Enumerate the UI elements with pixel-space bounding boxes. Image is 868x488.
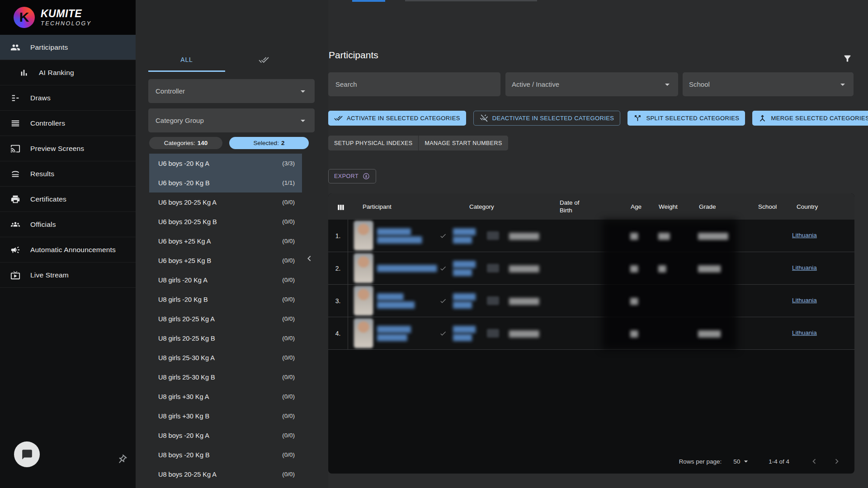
category-link[interactable]: ██████ █████ [453,317,475,349]
country-link[interactable]: Lithuania [792,232,817,239]
grade-badge [487,296,499,305]
category-count: (0/0) [282,432,295,439]
sidebar-item-label: Participants [30,43,68,52]
brand-logo: K KUMITE TECHNOLOGY [0,0,136,35]
category-list-item[interactable]: U8 girls +30 Kg A (0/0) [149,387,302,406]
deactivate-button[interactable]: DEACTIVATE IN SELECTED CATEGORIES [473,111,621,126]
search-input[interactable] [335,80,495,89]
participant-name-link[interactable]: █████████ ████████ [377,317,410,349]
collapse-panel-chevron[interactable] [304,253,315,264]
category-list-item[interactable]: U6 boys -20 Kg B (1/1) [149,173,302,192]
sidebar-item-icon [10,42,20,52]
participant-avatar [354,254,373,282]
participant-name-link[interactable]: ████████████████ [377,252,436,284]
sidebar-item[interactable]: AI Ranking [0,60,136,85]
caret-down-icon [837,79,848,90]
category-link[interactable]: ██████ █████ [453,220,475,252]
sidebar-nav: Participants AI Ranking Draws Controller… [0,35,136,288]
tab-active-underline [148,70,225,72]
sidebar-item[interactable]: Preview Screens [0,136,136,161]
grade-badge [487,264,499,272]
row-number: 3. [328,285,348,317]
participant-name-link[interactable]: ███████ ██████████ [377,285,414,317]
table-row: 2. ████████████████ ██████ █████ ███████… [328,252,854,285]
merge-button[interactable]: MERGE SELECTED CATEGORIES [752,111,868,126]
active-check-icon [439,265,447,272]
sidebar-item[interactable]: Results [0,161,136,187]
sidebar-item[interactable]: Officials [0,212,136,237]
manage-start-numbers-button[interactable]: MANAGE START NUMBERS [418,136,508,150]
category-list-item[interactable]: U8 girls 20-25 Kg A (0/0) [149,309,302,328]
category-name: U6 boys +25 Kg B [158,257,211,264]
sidebar-item[interactable]: Live Stream [0,263,136,288]
category-list-item[interactable]: U6 boys +25 Kg A (0/0) [149,231,302,251]
category-list-item[interactable]: U8 boys 20-25 Kg A (0/0) [149,465,302,484]
next-page-button[interactable] [832,456,842,466]
pin-icon[interactable] [114,452,130,467]
sidebar-item[interactable]: Controllers [0,111,136,136]
tab-all[interactable]: ALL [148,49,225,70]
call-split-icon [633,114,642,122]
columns-icon[interactable] [336,203,345,210]
category-name: U8 girls 25-30 Kg B [158,374,215,381]
split-button[interactable]: SPLIT SELECTED CATEGORIES [627,111,745,126]
activate-button[interactable]: ACTIVATE IN SELECTED CATEGORIES [328,111,466,126]
sidebar-item-label: Results [30,170,54,178]
age-value: ██ [630,298,637,305]
participant-avatar [354,286,373,315]
category-list-item[interactable]: U8 girls +30 Kg B (0/0) [149,406,302,426]
export-button[interactable]: EXPORT [328,169,376,183]
category-list-item[interactable]: U8 girls 25-30 Kg A (0/0) [149,348,302,367]
category-list-item[interactable]: U8 girls -20 Kg B (0/0) [149,290,302,309]
col-participant: Participant [363,203,392,210]
sidebar-item[interactable]: Draws [0,85,136,111]
caret-down-icon[interactable] [741,457,750,466]
setup-physical-indexes-button[interactable]: SETUP PHYSICAL INDEXES [328,136,418,150]
country-link[interactable]: Lithuania [792,264,817,271]
active-inactive-label: Active / Inactive [512,80,559,88]
controller-dropdown[interactable]: Controller [148,79,315,103]
category-list-item[interactable]: U8 boys -20 Kg A (0/0) [149,426,302,445]
categories-count-chip: Categories: 140 [149,137,222,149]
category-list-item[interactable]: U6 boys 20-25 Kg B (0/0) [149,212,302,231]
category-group-dropdown[interactable]: Category Group [148,108,315,132]
search-field[interactable] [328,72,500,96]
sidebar-item-label: Controllers [30,119,65,127]
tab-selected-categories[interactable] [225,49,302,70]
category-list-item[interactable]: U6 boys 20-25 Kg A (0/0) [149,192,302,212]
sidebar-item[interactable]: Automatic Announcements [0,237,136,263]
sidebar-item[interactable]: Certificates [0,187,136,212]
school-select[interactable]: School [683,72,854,96]
category-list-item[interactable]: U8 girls -20 Kg A (0/0) [149,270,302,290]
school-label: School [689,80,710,88]
previous-page-button[interactable] [809,456,819,466]
category-link[interactable]: ██████ █████ [453,252,475,284]
country-link[interactable]: Lithuania [792,297,817,304]
active-check-icon [439,232,447,239]
country-link[interactable]: Lithuania [792,329,817,336]
filter-icon[interactable] [843,54,852,63]
category-list-item[interactable]: U8 girls 25-30 Kg B (0/0) [149,367,302,387]
sidebar-item-icon [10,169,20,179]
chat-button[interactable] [14,441,40,467]
category-count: (0/0) [282,335,295,342]
col-age: Age [631,203,642,210]
sidebar-item[interactable]: Participants [0,35,136,60]
brand-subtitle: TECHNOLOGY [41,20,92,27]
category-name: U8 girls +30 Kg A [158,393,209,400]
active-inactive-select[interactable]: Active / Inactive [505,72,678,96]
rows-per-page-select[interactable]: 50 [733,458,740,465]
table-row: 1. █████████ ████████████ ██████ █████ █… [328,220,854,252]
category-list-item[interactable]: U8 girls 20-25 Kg B (0/0) [149,328,302,348]
category-count: (0/0) [282,218,295,225]
category-list-item[interactable]: U8 boys -20 Kg B (0/0) [149,445,302,465]
col-category: Category [469,203,494,210]
category-list-item[interactable]: U6 boys +25 Kg B (0/0) [149,251,302,270]
participant-name-link[interactable]: █████████ ████████████ [377,220,422,252]
category-name: U6 boys 20-25 Kg A [158,199,217,206]
merge-icon [758,114,767,122]
category-list-item[interactable]: U6 boys -20 Kg A (3/3) [149,154,302,173]
category-link[interactable]: ██████ █████ [453,285,475,317]
category-name: U8 girls 25-30 Kg A [158,354,215,361]
category-name: U8 girls 20-25 Kg B [158,335,215,342]
